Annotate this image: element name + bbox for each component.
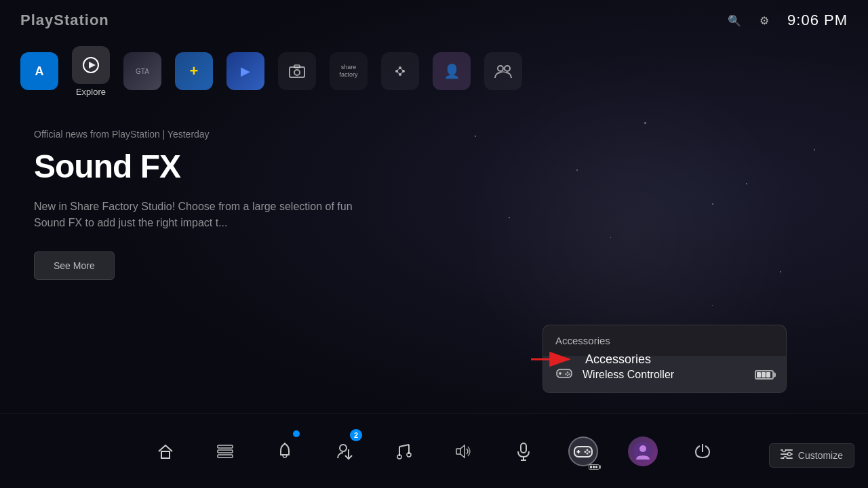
customize-button[interactable]: Customize xyxy=(769,443,854,468)
taskbar-notifications[interactable] xyxy=(264,428,305,475)
svg-rect-36 xyxy=(456,449,460,454)
news-title: Sound FX xyxy=(34,148,834,185)
nav-icon-explore xyxy=(72,46,110,84)
news-description: New in Share Factory Studio! Choose from… xyxy=(34,199,387,231)
top-icons: 🔍 ⚙ xyxy=(725,11,774,30)
bell-icon xyxy=(270,436,300,466)
taskbar-accessories[interactable] xyxy=(563,428,604,475)
arrow-label-accessories: Accessories xyxy=(585,352,651,367)
taskbar-power[interactable] xyxy=(682,428,723,475)
taskbar-sound[interactable] xyxy=(443,428,484,475)
svg-point-53 xyxy=(782,449,785,452)
bat-seg-1 xyxy=(757,372,761,378)
taskbar-user-avatar[interactable] xyxy=(623,428,663,475)
news-meta: Official news from PlayStation | Yesterd… xyxy=(34,129,834,140)
notification-dot xyxy=(293,430,300,437)
nav-label-explore: Explore xyxy=(76,87,106,97)
taskbar-music[interactable] xyxy=(384,428,425,475)
nav-item-sharefactory[interactable]: sharefactory xyxy=(330,52,368,90)
svg-line-11 xyxy=(400,68,403,71)
nav-item-psplus[interactable]: + xyxy=(175,52,213,90)
see-more-button[interactable]: See More xyxy=(34,251,115,280)
svg-line-13 xyxy=(397,71,400,75)
nav-item-friends[interactable] xyxy=(484,52,522,90)
library-icon xyxy=(210,436,240,466)
svg-point-22 xyxy=(567,375,568,376)
svg-point-54 xyxy=(787,453,791,456)
taskbar: 2 xyxy=(0,413,868,488)
download-badge: 2 xyxy=(350,429,362,441)
svg-rect-25 xyxy=(218,445,233,448)
svg-point-55 xyxy=(783,457,787,460)
clock-display: 9:06 PM xyxy=(787,12,848,29)
customize-label: Customize xyxy=(798,450,843,461)
battery-indicator xyxy=(755,370,774,380)
svg-rect-27 xyxy=(218,455,233,458)
nav-item-avatar[interactable]: 👤 xyxy=(433,52,471,90)
nav-icon-psplus: + xyxy=(175,52,213,90)
bat-seg-3 xyxy=(766,372,770,378)
svg-point-46 xyxy=(587,452,589,454)
svg-point-44 xyxy=(589,451,591,453)
taskbar-acc-battery xyxy=(589,464,599,470)
nav-icon-all: A xyxy=(20,52,58,90)
nav-item-all[interactable]: A xyxy=(20,52,58,90)
svg-rect-24 xyxy=(161,451,170,458)
svg-point-15 xyxy=(505,66,510,71)
taskbar-download[interactable]: 2 xyxy=(324,428,365,475)
home-icon xyxy=(151,436,180,466)
svg-line-12 xyxy=(400,71,403,75)
settings-icon[interactable]: ⚙ xyxy=(755,11,774,30)
svg-point-45 xyxy=(585,451,587,453)
top-bar-right: 🔍 ⚙ 9:06 PM xyxy=(725,11,848,30)
volume-icon xyxy=(449,436,479,466)
top-bar-left: PlayStation xyxy=(20,12,109,29)
svg-line-10 xyxy=(397,68,400,71)
nav-icon-game1: GTA xyxy=(123,52,161,90)
nav-icon-stream: ▶ xyxy=(226,52,264,90)
svg-point-21 xyxy=(565,373,566,375)
svg-rect-26 xyxy=(218,450,233,453)
accessories-icon xyxy=(568,436,598,466)
nav-icon-sharefactory: sharefactory xyxy=(330,52,368,90)
battery-body xyxy=(755,370,774,380)
power-icon xyxy=(688,436,717,466)
search-icon[interactable]: 🔍 xyxy=(725,11,744,30)
nav-icon-gamelib xyxy=(381,52,419,90)
nav-item-stream[interactable]: ▶ xyxy=(226,52,264,90)
nav-item-explore[interactable]: Explore xyxy=(72,46,110,97)
taskbar-library[interactable] xyxy=(205,428,245,475)
ps-logo: PlayStation xyxy=(20,12,109,29)
svg-point-20 xyxy=(568,373,570,375)
svg-point-4 xyxy=(294,70,300,75)
customize-icon xyxy=(781,449,793,462)
mic-icon xyxy=(509,436,538,466)
svg-point-29 xyxy=(340,445,347,451)
svg-point-14 xyxy=(498,66,503,71)
svg-point-2 xyxy=(89,63,93,67)
nav-item-gamelib[interactable] xyxy=(381,52,419,90)
nav-bar: A Explore GTA + ▶ xyxy=(0,41,868,102)
user-avatar xyxy=(628,436,658,466)
top-bar: PlayStation 🔍 ⚙ 9:06 PM xyxy=(0,0,868,41)
svg-point-48 xyxy=(639,445,646,452)
accessories-arrow-annotation: Accessories xyxy=(526,346,651,373)
nav-item-game1[interactable]: GTA xyxy=(123,52,161,90)
nav-icon-capture xyxy=(278,52,316,90)
taskbar-mic[interactable] xyxy=(503,428,544,475)
svg-rect-37 xyxy=(521,443,526,453)
music-icon xyxy=(389,436,419,466)
nav-item-capture[interactable] xyxy=(278,52,316,90)
red-arrow-svg xyxy=(526,346,580,373)
nav-icon-avatar: 👤 xyxy=(433,52,471,90)
bat-seg-2 xyxy=(762,372,766,378)
nav-icon-friends xyxy=(484,52,522,90)
svg-point-43 xyxy=(587,449,589,451)
svg-line-32 xyxy=(399,445,409,447)
taskbar-home[interactable] xyxy=(145,428,186,475)
